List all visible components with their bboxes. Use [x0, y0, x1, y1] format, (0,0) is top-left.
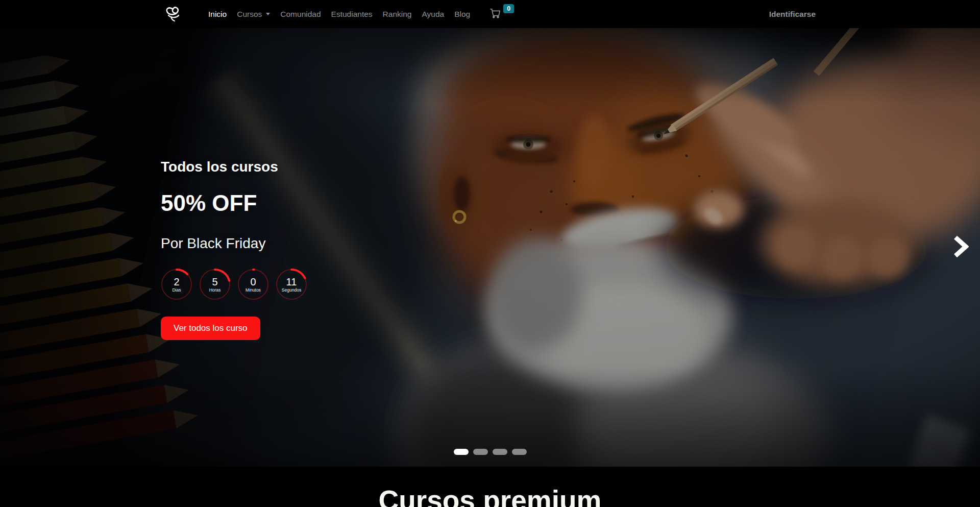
countdown: 2Dias 5Horas 0Minutos 11Segundos [161, 269, 307, 300]
cart-count-badge: 0 [503, 4, 514, 13]
countdown-seconds-value: 11 [286, 277, 297, 287]
countdown-hours-value: 5 [212, 277, 217, 287]
nav-item-inicio[interactable]: Inicio [203, 6, 232, 23]
page: Inicio Cursos Comunidad Estudiantes Rank… [0, 0, 980, 507]
countdown-hours-label: Horas [209, 287, 221, 293]
carousel-indicators [0, 449, 980, 455]
nav-item-label: Estudiantes [331, 10, 373, 19]
hero-subheadline: Por Black Friday [161, 236, 307, 251]
cart-icon [489, 8, 501, 21]
carousel-indicator-4[interactable] [512, 449, 527, 455]
nav-menu: Inicio Cursos Comunidad Estudiantes Rank… [203, 6, 475, 23]
chevron-down-icon [266, 13, 270, 15]
hero-content: Todos los cursos 50% OFF Por Black Frida… [161, 160, 307, 340]
nav-item-label: Blog [454, 10, 470, 19]
countdown-minutes-label: Minutos [246, 287, 261, 293]
premium-section-title: Cursos premium [0, 486, 980, 507]
hero-carousel: Todos los cursos 50% OFF Por Black Frida… [0, 28, 980, 467]
countdown-minutes: 0Minutos [237, 269, 269, 300]
nav-item-label: Cursos [237, 10, 262, 19]
nav-item-estudiantes[interactable]: Estudiantes [326, 6, 378, 23]
countdown-days-label: Dias [172, 287, 181, 293]
cart-button[interactable]: 0 [489, 8, 514, 21]
carousel-indicator-3[interactable] [493, 449, 507, 455]
nav-item-label: Comunidad [280, 10, 321, 19]
countdown-seconds: 11Segundos [276, 269, 307, 300]
view-all-courses-button[interactable]: Ver todos los curso [161, 317, 260, 340]
nav-item-label: Inicio [208, 10, 227, 19]
countdown-seconds-label: Segundos [282, 287, 301, 293]
countdown-days-value: 2 [174, 277, 179, 287]
premium-courses-section: Cursos premium [0, 467, 980, 507]
navbar: Inicio Cursos Comunidad Estudiantes Rank… [0, 0, 980, 28]
carousel-indicator-2[interactable] [473, 449, 488, 455]
hero-kicker: Todos los cursos [161, 160, 307, 174]
nav-item-ranking[interactable]: Ranking [378, 6, 417, 23]
chevron-right-icon [953, 235, 969, 259]
nav-item-cursos[interactable]: Cursos [232, 6, 275, 23]
nav-item-ayuda[interactable]: Ayuda [416, 6, 449, 23]
brush-swirl-logo-icon [164, 3, 182, 26]
nav-item-comunidad[interactable]: Comunidad [275, 6, 326, 23]
hero-headline: 50% OFF [161, 192, 307, 214]
navbar-container: Inicio Cursos Comunidad Estudiantes Rank… [153, 0, 827, 28]
login-link[interactable]: Identificarse [769, 10, 816, 19]
nav-item-label: Ayuda [422, 10, 444, 19]
nav-item-label: Ranking [383, 10, 412, 19]
hero-slide-image [0, 28, 980, 467]
nav-item-blog[interactable]: Blog [449, 6, 475, 23]
countdown-hours: 5Horas [199, 269, 231, 300]
countdown-minutes-value: 0 [250, 277, 256, 287]
brand-logo[interactable] [164, 3, 182, 26]
carousel-next-button[interactable] [949, 234, 973, 260]
countdown-days: 2Dias [161, 269, 192, 300]
carousel-indicator-1[interactable] [454, 449, 469, 455]
